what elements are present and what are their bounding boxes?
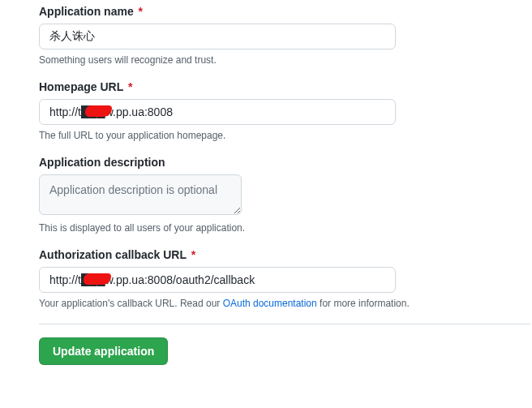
input-app-name[interactable] [39,24,396,49]
label-callback-url: Authorization callback URL * [39,248,530,261]
hint-text-before: Your application's callback URL. Read ou… [39,298,223,309]
hint-homepage-url: The full URL to your application homepag… [39,130,530,141]
field-app-name: Application name * Something users will … [39,5,530,66]
label-description: Application description [39,156,530,169]
required-asterisk: * [191,248,195,261]
label-text: Application description [39,156,165,169]
field-homepage-url: Homepage URL * The full URL to your appl… [39,80,530,141]
divider [39,324,530,324]
label-app-name: Application name * [39,5,530,18]
field-description: Application description This is displaye… [39,156,530,234]
hint-app-name: Something users will recognize and trust… [39,54,530,66]
input-callback-url[interactable] [39,267,396,293]
input-description[interactable] [39,174,242,215]
label-text: Homepage URL [39,80,123,93]
hint-description: This is displayed to all users of your a… [39,222,530,234]
input-homepage-url[interactable] [39,99,396,125]
field-callback-url: Authorization callback URL * Your applic… [39,248,530,309]
hint-callback-url: Your application's callback URL. Read ou… [39,298,530,309]
required-asterisk: * [128,80,132,93]
label-text: Authorization callback URL [39,248,187,261]
label-homepage-url: Homepage URL * [39,80,530,93]
update-application-button[interactable]: Update application [39,337,168,365]
oauth-documentation-link[interactable]: OAuth documentation [223,298,317,309]
label-text: Application name [39,5,134,18]
hint-text-after: for more information. [317,298,410,309]
required-asterisk: * [139,5,143,18]
